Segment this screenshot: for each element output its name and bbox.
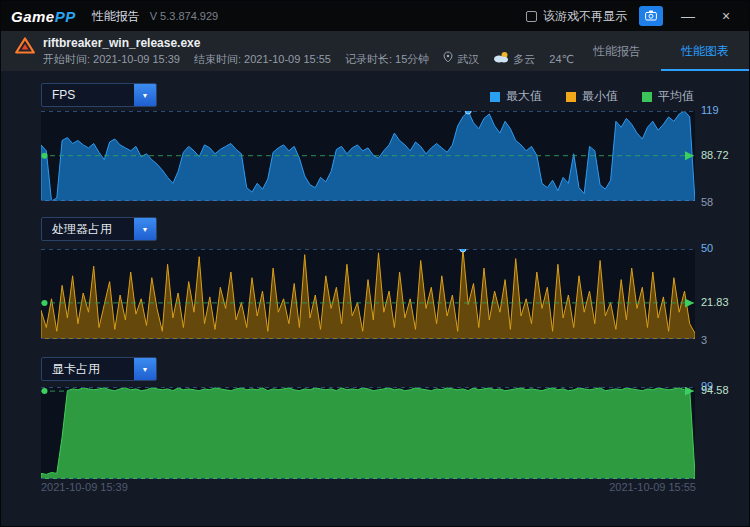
fps-chart[interactable]: 119 88.72 58 [41, 111, 743, 201]
cpu-ylabels: 50 21.83 3 [701, 249, 743, 339]
start-time-label: 开始时间: 2021-10-09 15:39 [43, 52, 180, 67]
titlebar-controls: 该游戏不再显示 — × [526, 3, 739, 29]
axis-end-time: 2021-10-09 15:55 [609, 481, 696, 493]
chevron-down-icon[interactable]: ▼ [134, 358, 156, 380]
city-label: 武汉 [457, 52, 479, 67]
chevron-down-icon[interactable]: ▼ [134, 84, 156, 106]
dropdown-value: FPS [42, 88, 134, 102]
screenshot-button[interactable] [639, 6, 663, 26]
game-exe-name: riftbreaker_win_release.exe [43, 36, 574, 51]
metric-select-fps[interactable]: FPS ▼ [41, 83, 157, 107]
cpu-chart-canvas[interactable] [41, 249, 695, 339]
tab-performance-report[interactable]: 性能报告 [573, 31, 661, 71]
cpu-chart[interactable]: 50 21.83 3 [41, 249, 743, 339]
avg-swatch [642, 92, 652, 102]
fps-ylabels: 119 88.72 58 [701, 111, 743, 201]
close-button[interactable]: × [713, 3, 739, 29]
axis-start-time: 2021-10-09 15:39 [41, 481, 128, 493]
logo-text-game: Game [11, 8, 55, 25]
weather-group: 多云 [493, 51, 535, 67]
duration-label: 记录时长: 15分钟 [345, 52, 429, 67]
legend-min-label: 最小值 [582, 88, 618, 105]
checkbox-label: 该游戏不再显示 [543, 8, 627, 25]
gamepp-logo: GamePP [11, 8, 76, 25]
fps-min-label: 58 [701, 196, 713, 208]
gpu-chart[interactable]: 99 94.58 [41, 387, 743, 479]
metric-select-cpu[interactable]: 处理器占用 ▼ [41, 217, 157, 241]
legend: 最大值 最小值 平均值 [490, 88, 694, 105]
titlebar: GamePP 性能报告 V 5.3.874.929 该游戏不再显示 — × [1, 1, 749, 31]
logo-text-pp: PP [55, 8, 76, 25]
version-label: V 5.3.874.929 [150, 10, 219, 22]
cpu-max-label: 50 [701, 242, 713, 254]
fps-chart-canvas[interactable] [41, 111, 695, 201]
tab-performance-chart[interactable]: 性能图表 [661, 31, 749, 71]
legend-avg-label: 平均值 [658, 88, 694, 105]
cpu-min-label: 3 [701, 334, 707, 346]
window-title: 性能报告 [92, 8, 140, 25]
session-meta: 开始时间: 2021-10-09 15:39 结束时间: 2021-10-09 … [43, 51, 574, 67]
dont-show-again-checkbox[interactable]: 该游戏不再显示 [526, 8, 627, 25]
app-block: riftbreaker_win_release.exe 开始时间: 2021-1… [1, 31, 574, 71]
weather-label: 多云 [513, 52, 535, 67]
chevron-down-icon[interactable]: ▼ [134, 218, 156, 240]
legend-avg: 平均值 [642, 88, 694, 105]
report-tabs: 性能报告 性能图表 [573, 31, 749, 71]
legend-max-label: 最大值 [506, 88, 542, 105]
min-swatch [566, 92, 576, 102]
location-group: 武汉 [443, 51, 479, 67]
checkbox-box[interactable] [526, 11, 537, 22]
gamepp-window: GamePP 性能报告 V 5.3.874.929 该游戏不再显示 — × [0, 0, 750, 527]
gpu-chart-canvas[interactable] [41, 387, 695, 479]
fps-avg-label: 88.72 [701, 149, 729, 161]
gamepp-triangle-icon [15, 37, 35, 71]
dropdown-value: 显卡占用 [42, 361, 134, 378]
max-swatch [490, 92, 500, 102]
cloud-weather-icon [493, 51, 509, 67]
fps-selector-row: FPS ▼ [41, 83, 157, 107]
cpu-selector-row: 处理器占用 ▼ [41, 217, 157, 241]
chart-content: FPS ▼ 最大值 最小值 平均值 119 88.72 58 处理器占用 ▼ [1, 71, 749, 527]
metric-select-gpu[interactable]: 显卡占用 ▼ [41, 357, 157, 381]
gpu-ylabels: 99 94.58 [701, 387, 743, 479]
location-pin-icon [443, 51, 453, 67]
minimize-button[interactable]: — [675, 3, 701, 29]
gpu-selector-row: 显卡占用 ▼ [41, 357, 157, 381]
cpu-avg-label: 21.83 [701, 296, 729, 308]
end-time-label: 结束时间: 2021-10-09 15:55 [194, 52, 331, 67]
session-info-bar: riftbreaker_win_release.exe 开始时间: 2021-1… [1, 31, 749, 71]
fps-max-label: 119 [701, 104, 719, 116]
app-lines: riftbreaker_win_release.exe 开始时间: 2021-1… [43, 31, 574, 71]
gpu-avg-label: 94.58 [701, 384, 729, 396]
dropdown-value: 处理器占用 [42, 221, 134, 238]
camera-icon [645, 9, 657, 24]
temperature-label: 24℃ [549, 52, 574, 67]
legend-min: 最小值 [566, 88, 618, 105]
time-axis: 2021-10-09 15:39 2021-10-09 15:55 [41, 481, 696, 493]
legend-max: 最大值 [490, 88, 542, 105]
